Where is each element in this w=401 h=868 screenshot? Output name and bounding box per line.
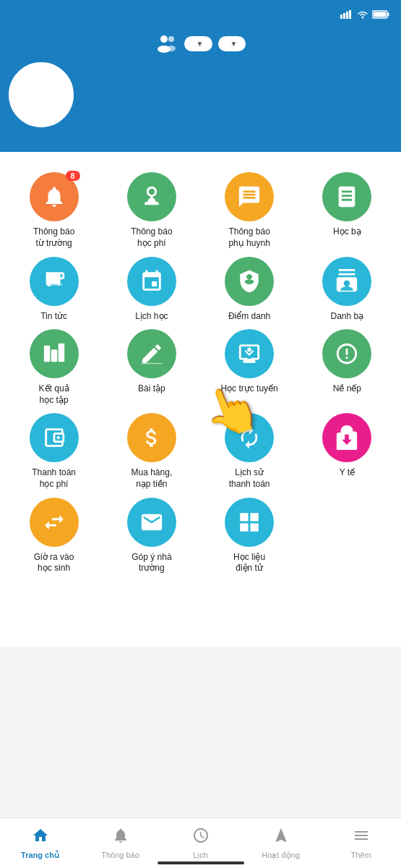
icon-label-tin-tuc: Tin tức bbox=[40, 311, 67, 323]
icon-label-thong-bao-hoc-phi: Thông báo học phí bbox=[131, 226, 172, 249]
svg-point-11 bbox=[167, 46, 176, 51]
svg-point-9 bbox=[168, 36, 174, 42]
header-user bbox=[9, 62, 392, 142]
menu-item-bai-tap[interactable]: Bài tập bbox=[105, 329, 198, 406]
svg-point-17 bbox=[56, 436, 59, 439]
icon-label-lich-su-thanh-toan: Lịch sử thanh toán bbox=[229, 467, 270, 490]
menu-item-thong-bao-tu-truong[interactable]: 8 Thông báo từ trường bbox=[7, 172, 100, 249]
status-icons bbox=[340, 10, 389, 19]
icon-label-ne-nep: Nề nếp bbox=[333, 383, 361, 395]
nav-icon-lich bbox=[192, 827, 210, 848]
icon-label-gop-y-nha-truong: Góp ý nhà trường bbox=[131, 552, 171, 574]
nav-label-hoat-dong: Hoạt động bbox=[262, 851, 300, 860]
icon-label-hoc-truc-tuyen: Học trực tuyến bbox=[220, 383, 277, 395]
menu-item-gio-ra-vao-hoc-sinh[interactable]: Giờ ra vào học sinh bbox=[7, 498, 100, 574]
nav-item-thong-bao[interactable]: Thông báo bbox=[80, 821, 160, 859]
icon-label-thong-bao-phu-huynh: Thông báo phụ huynh bbox=[228, 226, 270, 249]
menu-item-thanh-toan-hoc-phi[interactable]: Thanh toán học phí bbox=[7, 413, 100, 490]
icon-label-diem-danh: Điểm danh bbox=[228, 311, 270, 323]
icon-label-thanh-toan-hoc-phi: Thanh toán học phí bbox=[32, 467, 76, 490]
battery-icon bbox=[372, 10, 389, 19]
hoc-ky-dropdown[interactable]: ▼ bbox=[218, 36, 246, 51]
icon-circle-ne-nep bbox=[322, 329, 371, 378]
menu-grid: 8 Thông báo từ trường Thông báo học phí … bbox=[7, 172, 394, 574]
nav-item-trang-chu[interactable]: Trang chủ bbox=[0, 821, 80, 860]
icon-circle-hoc-truc-tuyen bbox=[225, 329, 274, 378]
icon-circle-gop-y-nha-truong bbox=[127, 498, 176, 547]
menu-item-ne-nep[interactable]: Nề nếp bbox=[301, 329, 394, 406]
svg-rect-2 bbox=[346, 12, 348, 19]
icon-label-mua-hang-nap-tien: Mua hàng, nạp tiền bbox=[131, 467, 173, 490]
header: ▼ ▼ bbox=[0, 26, 401, 152]
main-content: 8 Thông báo từ trường Thông báo học phí … bbox=[0, 152, 401, 646]
svg-rect-13 bbox=[43, 346, 50, 362]
users-icon bbox=[155, 32, 178, 55]
home-bar bbox=[158, 861, 244, 864]
menu-item-hoc-ba[interactable]: Học bạ bbox=[301, 172, 394, 249]
nav-icon-thong-bao bbox=[112, 827, 129, 848]
icon-circle-thanh-toan-hoc-phi bbox=[30, 413, 79, 462]
icon-circle-hoc-ba bbox=[322, 172, 371, 221]
nav-icon-them bbox=[353, 827, 370, 848]
nav-label-lich: Lịch bbox=[193, 851, 208, 860]
wifi-icon bbox=[357, 10, 368, 19]
nav-item-them[interactable]: Thêm bbox=[321, 821, 401, 859]
menu-item-thong-bao-hoc-phi[interactable]: Thông báo học phí bbox=[105, 172, 198, 249]
menu-item-hoc-truc-tuyen[interactable]: Học trực tuyến bbox=[203, 329, 296, 406]
icon-label-hoc-lieu-dien-tu: Học liệu điện tử bbox=[233, 552, 265, 574]
icon-circle-lich-su-thanh-toan bbox=[225, 413, 274, 462]
menu-item-ket-qua-hoc-tap[interactable]: Kết quả học tập bbox=[7, 329, 100, 406]
nav-item-lich[interactable]: Lịch bbox=[160, 821, 241, 860]
nav-label-them: Thêm bbox=[350, 851, 371, 859]
svg-point-8 bbox=[160, 35, 168, 43]
user-lop bbox=[84, 103, 87, 123]
icon-circle-bai-tap bbox=[127, 329, 176, 378]
nien-hoc-dropdown[interactable]: ▼ bbox=[184, 36, 212, 51]
menu-item-tin-tuc[interactable]: Tin tức bbox=[7, 257, 100, 323]
bottom-nav: Trang chủ Thông báo Lịch Hoạt động Thêm bbox=[0, 817, 401, 868]
status-bar bbox=[0, 0, 401, 26]
icon-circle-mua-hang-nap-tien bbox=[127, 413, 176, 462]
icon-circle-diem-danh bbox=[225, 257, 274, 306]
svg-rect-12 bbox=[46, 283, 62, 285]
menu-item-danh-ba[interactable]: Danh bạ bbox=[301, 257, 394, 323]
icon-label-ket-qua-hoc-tap: Kết quả học tập bbox=[39, 383, 69, 406]
icon-circle-ket-qua-hoc-tap bbox=[30, 329, 79, 378]
icon-label-y-te: Y tế bbox=[340, 467, 355, 479]
avatar bbox=[9, 62, 74, 127]
icon-circle-hoc-lieu-dien-tu bbox=[225, 498, 274, 547]
menu-item-gop-y-nha-truong[interactable]: Góp ý nhà trường bbox=[105, 498, 198, 574]
menu-item-lich-su-thanh-toan[interactable]: Lịch sử thanh toán bbox=[203, 413, 296, 490]
menu-item-y-te[interactable]: Y tế bbox=[301, 413, 394, 490]
svg-rect-14 bbox=[51, 349, 57, 362]
icon-circle-danh-ba bbox=[322, 257, 371, 306]
svg-rect-15 bbox=[58, 344, 64, 362]
svg-rect-6 bbox=[388, 13, 389, 17]
user-gvcn bbox=[84, 123, 87, 142]
icon-label-danh-ba: Danh bạ bbox=[331, 311, 364, 323]
user-hoc-sinh bbox=[84, 65, 87, 85]
svg-point-16 bbox=[247, 348, 251, 352]
icon-circle-tin-tuc bbox=[30, 257, 79, 306]
icon-label-lich-hoc: Lịch học bbox=[135, 311, 168, 323]
nav-item-hoat-dong[interactable]: Hoạt động bbox=[241, 821, 321, 860]
menu-item-lich-hoc[interactable]: Lịch học bbox=[105, 257, 198, 323]
menu-item-diem-danh[interactable]: Điểm danh bbox=[203, 257, 296, 323]
user-truong bbox=[84, 85, 87, 104]
chevron-down-icon: ▼ bbox=[197, 40, 204, 48]
signal-icon bbox=[340, 10, 353, 19]
svg-rect-1 bbox=[343, 13, 345, 19]
svg-rect-7 bbox=[374, 12, 387, 17]
nav-icon-hoat-dong bbox=[272, 827, 290, 848]
icon-label-gio-ra-vao-hoc-sinh: Giờ ra vào học sinh bbox=[34, 552, 74, 574]
nav-icon-trang-chu bbox=[32, 827, 49, 848]
menu-item-hoc-lieu-dien-tu[interactable]: Học liệu điện tử bbox=[203, 498, 296, 574]
nav-label-thong-bao: Thông báo bbox=[101, 851, 139, 859]
svg-rect-3 bbox=[349, 10, 351, 19]
header-top: ▼ ▼ bbox=[9, 32, 392, 55]
icon-circle-y-te bbox=[322, 413, 371, 462]
menu-item-mua-hang-nap-tien[interactable]: Mua hàng, nạp tiền bbox=[105, 413, 198, 490]
svg-rect-0 bbox=[340, 14, 342, 19]
menu-item-thong-bao-phu-huynh[interactable]: Thông báo phụ huynh bbox=[203, 172, 296, 249]
icon-label-bai-tap: Bài tập bbox=[138, 383, 165, 395]
